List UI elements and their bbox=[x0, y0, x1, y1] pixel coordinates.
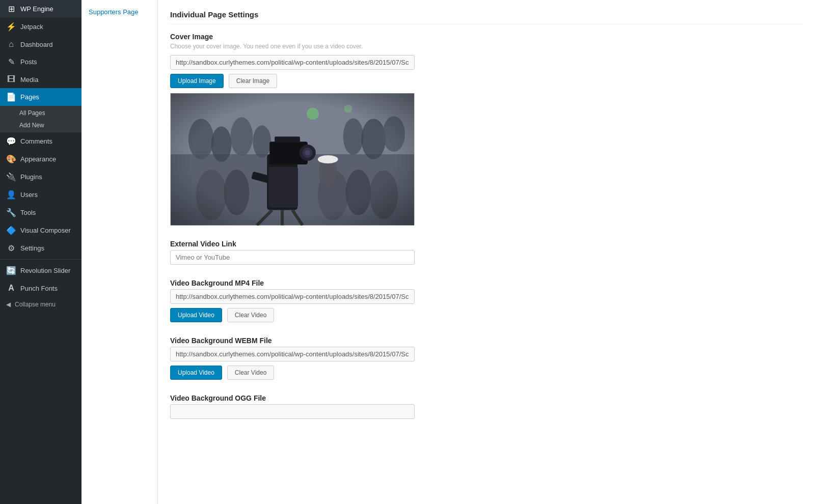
sidebar-item-users[interactable]: 👤 Users bbox=[0, 186, 82, 204]
sidebar-item-label-pages: Pages bbox=[20, 93, 39, 101]
sidebar-item-pages[interactable]: 📄 Pages bbox=[0, 88, 82, 106]
upload-video-mp4-button[interactable]: Upload Video bbox=[170, 308, 222, 322]
users-icon: 👤 bbox=[6, 190, 16, 200]
cover-image-label: Cover Image bbox=[170, 33, 803, 41]
sidebar-item-visual-composer[interactable]: 🔷 Visual Composer bbox=[0, 221, 82, 239]
submenu-add-new[interactable]: Add New bbox=[16, 119, 82, 131]
external-video-input[interactable] bbox=[170, 250, 415, 265]
page-panel-item-supporters[interactable]: Supporters Page bbox=[82, 5, 157, 19]
sidebar-item-media[interactable]: 🎞 Media bbox=[0, 71, 82, 88]
jetpack-icon: ⚡ bbox=[6, 22, 16, 32]
tools-icon: 🔧 bbox=[6, 208, 16, 217]
collapse-menu-label: Collapse menu bbox=[15, 301, 56, 308]
svg-rect-30 bbox=[171, 94, 414, 226]
content-area: Supporters Page Individual Page Settings… bbox=[82, 0, 815, 504]
sidebar-item-label-users: Users bbox=[20, 191, 38, 199]
upload-video-webm-button[interactable]: Upload Video bbox=[170, 366, 222, 380]
sidebar-item-label-posts: Posts bbox=[20, 58, 37, 66]
posts-icon: ✎ bbox=[6, 57, 16, 67]
plugins-icon: 🔌 bbox=[6, 172, 16, 182]
sidebar-item-label-punch-fonts: Punch Fonts bbox=[20, 285, 58, 292]
pages-submenu: All Pages Add New bbox=[0, 106, 82, 132]
cover-image-preview bbox=[170, 93, 415, 226]
external-video-section: External Video Link bbox=[170, 240, 803, 265]
sidebar-item-punch-fonts[interactable]: A Punch Fonts bbox=[0, 279, 82, 297]
settings-panel: Individual Page Settings Cover Image Cho… bbox=[158, 0, 815, 504]
sidebar-item-appearance[interactable]: 🎨 Appearance bbox=[0, 150, 82, 168]
page-panel: Supporters Page bbox=[82, 0, 158, 504]
sidebar: ⊞ WP Engine ⚡ Jetpack ⌂ Dashboard ✎ Post… bbox=[0, 0, 82, 504]
sidebar-item-revolution-slider[interactable]: 🔄 Revolution Slider bbox=[0, 262, 82, 279]
sidebar-item-label-vc: Visual Composer bbox=[20, 227, 71, 234]
sidebar-item-label-rev: Revolution Slider bbox=[20, 267, 70, 274]
clear-image-button[interactable]: Clear Image bbox=[229, 74, 277, 88]
cover-image-desc: Choose your cover image. You need one ev… bbox=[170, 43, 803, 50]
clear-video-webm-button[interactable]: Clear Video bbox=[227, 366, 274, 380]
collapse-icon: ◀ bbox=[6, 301, 11, 308]
video-ogg-url-input[interactable] bbox=[170, 404, 415, 419]
video-webm-url-input[interactable] bbox=[170, 347, 415, 361]
sidebar-item-plugins[interactable]: 🔌 Plugins bbox=[0, 168, 82, 186]
video-webm-btn-row: Upload Video Clear Video bbox=[170, 366, 803, 380]
video-mp4-btn-row: Upload Video Clear Video bbox=[170, 308, 803, 322]
video-ogg-section: Video Background OGG File bbox=[170, 394, 803, 419]
visual-composer-icon: 🔷 bbox=[6, 226, 16, 235]
collapse-menu-button[interactable]: ◀ Collapse menu bbox=[0, 297, 82, 312]
clear-video-mp4-button[interactable]: Clear Video bbox=[227, 308, 274, 322]
video-mp4-section: Video Background MP4 File Upload Video C… bbox=[170, 279, 803, 322]
punch-fonts-icon: A bbox=[6, 284, 16, 293]
cover-image-btn-row: Upload Image Clear Image bbox=[170, 74, 803, 88]
sidebar-item-label-jetpack: Jetpack bbox=[20, 23, 43, 31]
cover-image-url-input[interactable] bbox=[170, 55, 415, 70]
sidebar-item-label-media: Media bbox=[20, 76, 38, 83]
sidebar-item-settings[interactable]: ⚙ Settings bbox=[0, 239, 82, 257]
pages-icon: 📄 bbox=[6, 92, 16, 102]
upload-image-button[interactable]: Upload Image bbox=[170, 74, 224, 88]
video-mp4-label: Video Background MP4 File bbox=[170, 279, 803, 287]
cover-image-section: Cover Image Choose your cover image. You… bbox=[170, 33, 803, 226]
video-ogg-label: Video Background OGG File bbox=[170, 394, 803, 402]
sidebar-item-label-wp-engine: WP Engine bbox=[20, 5, 53, 13]
sidebar-item-tools[interactable]: 🔧 Tools bbox=[0, 204, 82, 221]
sidebar-item-label-appearance: Appearance bbox=[20, 155, 56, 163]
sidebar-item-label-plugins: Plugins bbox=[20, 173, 42, 181]
cover-image-svg bbox=[171, 93, 414, 226]
media-icon: 🎞 bbox=[6, 75, 16, 84]
submenu-all-pages[interactable]: All Pages bbox=[16, 107, 82, 119]
sidebar-item-label-dashboard: Dashboard bbox=[20, 41, 53, 48]
sidebar-item-label-comments: Comments bbox=[20, 137, 52, 145]
dashboard-icon: ⌂ bbox=[6, 40, 16, 49]
settings-icon: ⚙ bbox=[6, 243, 16, 253]
panel-title: Individual Page Settings bbox=[170, 10, 803, 24]
appearance-icon: 🎨 bbox=[6, 154, 16, 164]
sidebar-item-comments[interactable]: 💬 Comments bbox=[0, 132, 82, 150]
sidebar-item-wp-engine[interactable]: ⊞ WP Engine bbox=[0, 0, 82, 18]
revolution-slider-icon: 🔄 bbox=[6, 266, 16, 275]
sidebar-item-dashboard[interactable]: ⌂ Dashboard bbox=[0, 36, 82, 53]
wp-engine-icon: ⊞ bbox=[6, 4, 16, 14]
video-webm-section: Video Background WEBM File Upload Video … bbox=[170, 337, 803, 380]
video-mp4-url-input[interactable] bbox=[170, 289, 415, 304]
sidebar-item-posts[interactable]: ✎ Posts bbox=[0, 53, 82, 71]
sidebar-item-jetpack[interactable]: ⚡ Jetpack bbox=[0, 18, 82, 36]
main-area: Supporters Page Individual Page Settings… bbox=[82, 0, 815, 504]
comments-icon: 💬 bbox=[6, 136, 16, 146]
sidebar-divider bbox=[0, 259, 82, 260]
sidebar-item-label-tools: Tools bbox=[20, 209, 36, 216]
sidebar-item-label-settings: Settings bbox=[20, 244, 44, 252]
external-video-label: External Video Link bbox=[170, 240, 803, 248]
video-webm-label: Video Background WEBM File bbox=[170, 337, 803, 345]
